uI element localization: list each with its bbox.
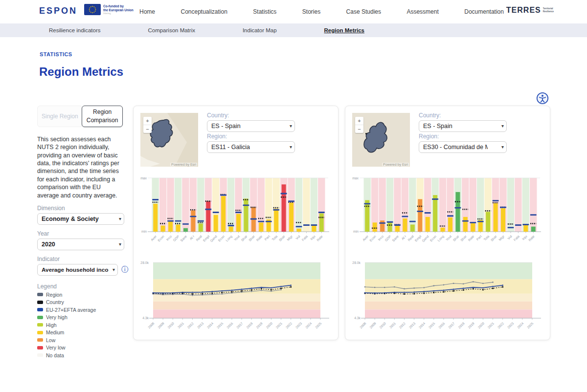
map-zoom-in-button[interactable]: + [355,117,363,125]
svg-text:Fata: Fata [513,235,520,242]
single-region-toggle[interactable]: Single Region [37,106,83,127]
svg-text:Rate: Rate [255,235,263,242]
nav-item-assessment[interactable]: Assessment [406,8,438,15]
svg-text:2025: 2025 [526,322,534,329]
eu-flag-icon [84,4,101,15]
nav-item-home[interactable]: Home [139,8,155,15]
region-select[interactable]: ES30 - Comunidad de Madrid ▾ [419,141,507,153]
svg-text:At r: At r [189,234,195,240]
chevron-down-icon: ▾ [501,123,504,129]
legend-label: Very low [46,345,66,350]
svg-text:Part: Part [475,235,482,241]
svg-text:2020: 2020 [477,322,485,329]
svg-text:Tota: Tota [483,235,490,241]
svg-text:Shar: Shar [248,234,256,242]
region-map[interactable]: + − Powered by Esri [352,113,410,167]
nav-item-statistics[interactable]: Statistics [253,8,276,15]
svg-text:Econ: Econ [429,235,437,242]
svg-text:Inju: Inju [310,235,316,241]
svg-text:2013: 2013 [197,322,204,329]
legend-item-region: Region [37,292,128,298]
main-nav: HomeConceptualizationStatisticsStoriesCa… [139,0,504,23]
terres-word: TERRES [506,6,541,15]
eu-interreg-text: Interreg [103,12,134,15]
app-header: ESPON Co-funded by the European Union In… [0,0,587,24]
svg-text:2008: 2008 [359,322,367,329]
dimension-select[interactable]: Economy & Society ▾ [37,213,124,225]
subnav-item-resilience-indicators[interactable]: Resilience indicators [49,27,100,33]
nav-item-documentation[interactable]: Documentation [464,8,504,15]
region-label: Region: [419,133,512,140]
indicator-select[interactable]: Average household income ▾ [37,264,118,276]
svg-text:2011: 2011 [389,322,396,329]
ratings-bar-chart[interactable]: maxminAverEconIncoGDPSaveAt rRealEmplGen… [138,174,333,251]
svg-text:Aver: Aver [150,234,158,241]
svg-text:Econ: Econ [157,235,165,242]
legend-item-no-data: No data [37,352,128,358]
svg-text:2008: 2008 [147,322,155,329]
nav-item-case-studies[interactable]: Case Studies [346,8,381,15]
region-card-right: + − Powered by Esri Country: ES - Spain … [345,106,550,340]
svg-text:2013: 2013 [408,322,416,329]
legend-swatch [37,323,43,327]
svg-text:2020: 2020 [265,322,273,329]
legend-label: Low [46,337,55,343]
chevron-down-icon: ▾ [501,144,504,150]
timeseries-line-chart[interactable]: 28.0k4.3k2008200920102011201220132014201… [350,257,545,336]
map-zoom-in-button[interactable]: + [143,117,152,125]
region-select[interactable]: ES11 - Galicia ▾ [207,141,295,153]
legend-item-medium: Medium [37,329,128,335]
map-zoom-out-button[interactable]: − [143,125,152,133]
svg-text:Shar: Shar [490,234,498,242]
subnav-item-indicator-map[interactable]: Indicator Map [243,27,277,33]
year-select[interactable]: 2020 ▾ [37,239,124,250]
svg-text:Part: Part [264,235,271,241]
year-value: 2020 [42,241,55,248]
svg-text:2015: 2015 [428,322,436,329]
svg-text:2022: 2022 [285,322,293,329]
svg-text:2022: 2022 [497,322,505,329]
timeseries-line-chart[interactable]: 28.0k4.3k2008200920102011201220132014201… [138,257,333,336]
accessibility-button[interactable] [536,92,549,105]
map-zoom-out-button[interactable]: − [355,125,363,133]
region-card-left: + − Powered by Esri Country: ES - Spain … [133,106,339,340]
subnav-item-region-metrics[interactable]: Region Metrics [324,27,364,33]
legend-label: Very high [46,314,68,320]
legend-label: No data [46,352,64,358]
legend-swatch [37,301,43,304]
chevron-down-icon: ▾ [290,123,292,129]
espon-logo[interactable]: ESPON [39,6,77,16]
city-point [365,133,367,134]
map-zoom-control: + − [355,117,363,133]
svg-text:min: min [353,230,359,233]
breadcrumb-statistics[interactable]: STATISTICS [40,51,72,57]
legend-label: Country [46,299,64,305]
nav-item-conceptualization[interactable]: Conceptualization [181,8,227,15]
legend-swatch [37,308,43,311]
svg-text:2025: 2025 [315,322,322,329]
terres-logo[interactable]: TERRES Territorial Resilience [506,6,554,15]
country-select[interactable]: ES - Spain ▾ [419,120,507,132]
svg-text:Gend: Gend [209,235,218,243]
info-icon[interactable]: ⓘ [121,266,128,273]
terres-sub-2: Resilience [543,10,554,13]
region-map[interactable]: + − Powered by Esri [140,113,198,167]
map-zoom-control: + − [143,117,152,133]
nav-item-stories[interactable]: Stories [302,8,320,15]
svg-text:2012: 2012 [187,322,195,329]
country-select[interactable]: ES - Spain ▾ [207,120,295,132]
ratings-bar-chart[interactable]: maxminAverEconIncoGDPSaveAt rRealEmplGen… [350,174,545,251]
eu-cofunded-logo: Co-funded by the European Union Interreg [84,4,134,15]
svg-text:Inju: Inju [521,235,528,241]
region-comparison-toggle[interactable]: RegionComparison [82,106,123,127]
legend-item-very-high: Very high [37,314,128,320]
svg-text:Inco: Inco [165,235,172,241]
svg-text:2018: 2018 [457,322,465,329]
subnav-item-comparison-matrix[interactable]: Comparison Matrix [148,27,195,33]
svg-text:GDP: GDP [172,234,180,242]
svg-text:Long: Long [225,235,233,243]
svg-text:Save: Save [391,235,399,242]
svg-text:Empl: Empl [414,234,423,242]
svg-text:Econ: Econ [369,235,377,242]
legend-swatch [37,353,43,357]
